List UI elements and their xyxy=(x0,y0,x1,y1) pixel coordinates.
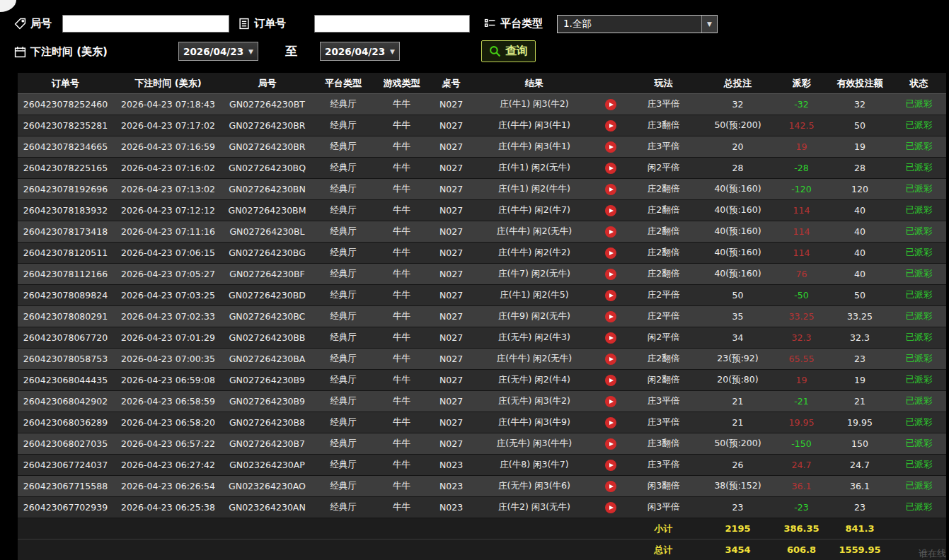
replay-cell xyxy=(594,200,626,221)
replay-button[interactable] xyxy=(605,205,616,216)
table-row: 2604230680444352026-04-23 06:59:08GN0272… xyxy=(18,370,946,391)
cell-bet-time: 2026-04-23 07:11:16 xyxy=(113,221,223,242)
cell-total-bet: 34 xyxy=(701,327,775,348)
replay-button[interactable] xyxy=(605,460,616,471)
cell-total-bet: 26 xyxy=(701,455,775,475)
cell-game-type: 牛牛 xyxy=(375,243,428,263)
header-game-type: 游戏类型 xyxy=(375,73,428,93)
cell-order-id: 260423078225165 xyxy=(18,158,113,178)
cell-play-type: 庄3平倍 xyxy=(626,391,701,412)
play-icon xyxy=(609,293,614,298)
cell-order-id: 260423078252460 xyxy=(18,94,113,115)
play-icon xyxy=(609,124,614,128)
play-icon xyxy=(609,378,614,383)
cell-platform: 经典厅 xyxy=(311,433,375,454)
replay-button[interactable] xyxy=(605,481,616,492)
play-icon xyxy=(609,209,614,213)
replay-button[interactable] xyxy=(605,226,616,238)
replay-button[interactable] xyxy=(605,247,616,259)
play-icon xyxy=(609,399,614,404)
order-input[interactable] xyxy=(314,15,470,33)
cell-bet-time: 2026-04-23 07:16:59 xyxy=(113,136,223,157)
cell-order-id: 260423078234665 xyxy=(18,136,113,157)
cell-game-type: 牛牛 xyxy=(375,391,428,412)
cell-status: 已派彩 xyxy=(892,94,946,115)
date-to-value: 2026/04/23 xyxy=(325,46,385,57)
cell-play-type: 闲2平倍 xyxy=(626,158,701,178)
query-button[interactable]: 查询 xyxy=(481,40,536,62)
cell-result: 庄(无牛) 闲3(牛2) xyxy=(474,391,594,412)
cell-status: 已派彩 xyxy=(892,264,946,284)
cell-play-type: 庄2翻倍 xyxy=(626,243,701,263)
cell-platform: 经典厅 xyxy=(311,136,375,157)
cell-game-type: 牛牛 xyxy=(375,179,428,199)
replay-button[interactable] xyxy=(605,502,616,513)
order-filter-label: 订单号 xyxy=(238,14,286,33)
subtotal-payout: 386.35 xyxy=(775,518,828,539)
round-label-text: 局号 xyxy=(30,17,52,30)
bet-time-filter-label: 下注时间 (美东) xyxy=(14,42,108,61)
subtotal-label: 小计 xyxy=(626,518,701,539)
replay-button[interactable] xyxy=(605,332,616,344)
replay-button[interactable] xyxy=(605,184,616,195)
cell-payout: -50 xyxy=(775,285,828,305)
play-icon xyxy=(609,272,614,276)
round-input[interactable] xyxy=(62,15,229,33)
cell-result: 庄(牛9) 闲2(无牛) xyxy=(474,306,594,327)
cell-bet-time: 2026-04-23 06:59:08 xyxy=(113,370,223,390)
cell-platform: 经典厅 xyxy=(311,94,375,115)
replay-button[interactable] xyxy=(605,438,616,450)
cell-game-type: 牛牛 xyxy=(375,306,428,327)
cell-order-id: 260423078067720 xyxy=(18,327,113,348)
cell-table-no: N027 xyxy=(428,412,474,433)
cell-valid-bet: 19 xyxy=(828,136,892,157)
bet-records-table: 订单号下注时间 (美东)局号平台类型游戏类型桌号结果玩法总投注派彩有效投注额状态… xyxy=(18,73,946,560)
replay-button[interactable] xyxy=(605,141,616,153)
play-icon xyxy=(609,506,614,510)
cell-table-no: N027 xyxy=(428,327,474,348)
replay-button[interactable] xyxy=(605,417,616,428)
replay-button[interactable] xyxy=(605,396,616,407)
date-from-picker[interactable]: 2026/04/23 ▼ xyxy=(178,42,258,61)
cell-payout: 114 xyxy=(775,221,828,242)
replay-button[interactable] xyxy=(605,269,616,280)
replay-button[interactable] xyxy=(605,375,616,386)
cell-platform: 经典厅 xyxy=(311,455,375,475)
round-filter-label: 局号 xyxy=(14,14,52,33)
cell-order-id: 260423078080291 xyxy=(18,306,113,327)
cell-status: 已派彩 xyxy=(892,306,946,327)
cell-result: 庄(牛1) 闲2(牛牛) xyxy=(474,179,594,199)
cell-valid-bet: 23 xyxy=(828,349,892,369)
cell-result: 庄(牛牛) 闲2(牛2) xyxy=(474,243,594,263)
cell-status: 已派彩 xyxy=(892,370,946,390)
cell-play-type: 庄3平倍 xyxy=(626,455,701,475)
cell-order-id: 260423068036289 xyxy=(18,412,113,433)
cell-bet-time: 2026-04-23 06:58:59 xyxy=(113,391,223,412)
cell-valid-bet: 36.1 xyxy=(828,476,892,496)
replay-button[interactable] xyxy=(605,99,616,110)
play-icon xyxy=(609,484,614,489)
play-icon xyxy=(609,315,614,319)
cell-valid-bet: 33.25 xyxy=(828,306,892,327)
replay-button[interactable] xyxy=(605,290,616,301)
cell-platform: 经典厅 xyxy=(311,243,375,263)
cell-game-type: 牛牛 xyxy=(375,476,428,496)
cell-total-bet: 35 xyxy=(701,306,775,327)
cell-payout: 19.95 xyxy=(775,412,828,433)
table-row: 2604230680362892026-04-23 06:58:20GN0272… xyxy=(18,412,946,433)
cell-round-id: GN027264230BQ xyxy=(223,158,311,178)
replay-button[interactable] xyxy=(605,354,616,365)
cell-round-id: GN023264230AO xyxy=(223,476,311,496)
cell-round-id: GN027264230BM xyxy=(223,200,311,221)
play-icon xyxy=(609,187,614,192)
replay-button[interactable] xyxy=(605,163,616,174)
replay-button[interactable] xyxy=(605,311,616,322)
cell-table-no: N027 xyxy=(428,391,474,412)
cell-play-type: 庄3翻倍 xyxy=(626,115,701,136)
cell-order-id: 260423078089824 xyxy=(18,285,113,305)
cell-status: 已派彩 xyxy=(892,136,946,157)
replay-button[interactable] xyxy=(605,120,616,132)
platform-select[interactable]: 1.全部 ▼ xyxy=(557,15,718,33)
cell-platform: 经典厅 xyxy=(311,264,375,284)
date-to-picker[interactable]: 2026/04/23 ▼ xyxy=(320,42,400,61)
